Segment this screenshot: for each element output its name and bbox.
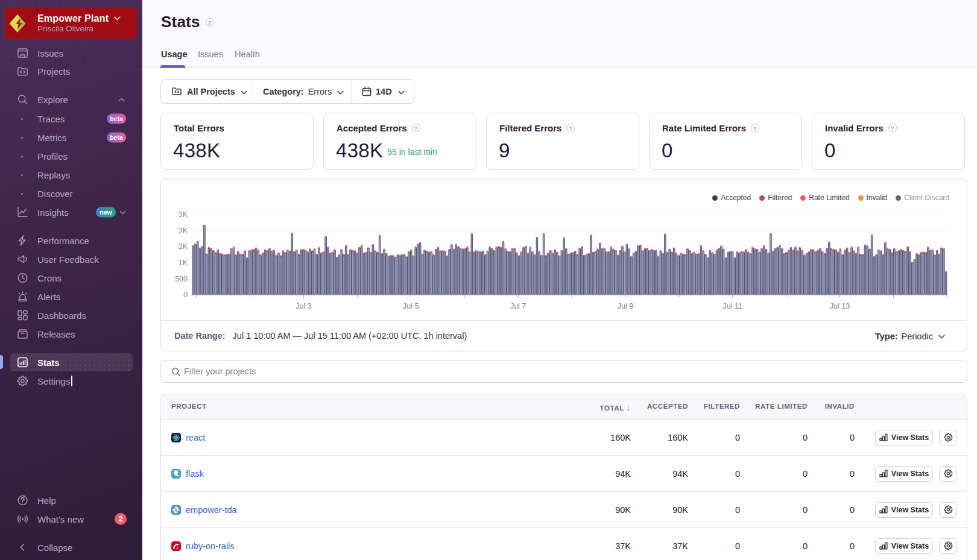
svg-text:2K: 2K: [179, 242, 188, 251]
svg-text:0: 0: [183, 291, 188, 299]
svg-text:Jul 5: Jul 5: [403, 302, 419, 310]
svg-text:Jul 3: Jul 3: [296, 302, 311, 310]
svg-text:Jul 9: Jul 9: [618, 302, 633, 310]
svg-text:Jul 7: Jul 7: [510, 302, 526, 310]
svg-text:500: 500: [175, 275, 188, 283]
svg-text:3K: 3K: [179, 210, 188, 219]
svg-text:Jul 11: Jul 11: [722, 302, 742, 310]
svg-text:Jul 13: Jul 13: [830, 302, 850, 310]
svg-text:2K: 2K: [179, 227, 188, 235]
svg-text:1K: 1K: [179, 259, 188, 267]
